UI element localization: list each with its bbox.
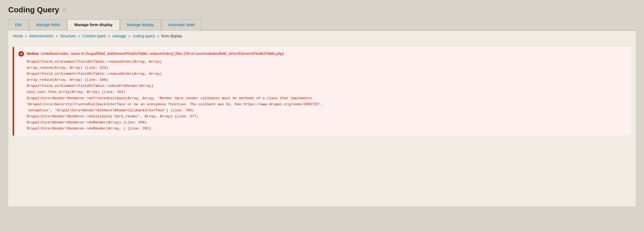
breadcrumb-content-types[interactable]: Content types xyxy=(82,34,106,38)
error-trace: Drupal\field_ui\Element\FieldUiTable::re… xyxy=(27,59,627,132)
error-file-path: core/modules/field_ui/src/Element/FieldU… xyxy=(195,51,283,56)
trace-line-8: 'exception', 'Drupal\Core\Render\Element… xyxy=(27,107,627,114)
error-main-message: Notice: Undefined index: name in Drupal\… xyxy=(27,51,285,57)
bookmark-icon[interactable]: ☆ xyxy=(62,6,67,13)
trace-line-10: Drupal\Core\Render\Renderer->doRender(Ar… xyxy=(27,120,627,126)
breadcrumb-sep-4: » xyxy=(108,34,110,38)
error-icon: ✕ xyxy=(18,51,24,57)
breadcrumb-administration[interactable]: Administration xyxy=(29,34,54,38)
tab-manage-fields[interactable]: Manage fields xyxy=(29,20,67,30)
trace-line-9: Drupal\Core\Render\Renderer->doCallback(… xyxy=(27,114,627,120)
tabs-bar: Edit Manage fields Manage form display M… xyxy=(8,19,636,31)
trace-line-1: array_reduce(Array, Array) (Line: 233) xyxy=(27,65,627,71)
error-end-text: ). xyxy=(283,51,285,56)
error-function-name: Drupal\field_ui\Element\FieldUiTable::re… xyxy=(85,51,174,56)
error-header: ✕ Notice: Undefined index: name in Drupa… xyxy=(18,51,627,57)
trace-line-2: Drupal\field_ui\Element\FieldUiTable::re… xyxy=(27,71,627,77)
trace-line-5: call_user_func_array(Array, Array) (Line… xyxy=(27,89,627,95)
breadcrumb-sep-1: » xyxy=(25,34,27,38)
page-title: Coding Query xyxy=(8,5,59,14)
tab-automatic-label[interactable]: Automatic label xyxy=(161,20,202,30)
breadcrumb-sep-6: » xyxy=(157,34,159,38)
trace-line-11: Drupal\Core\Render\Renderer->doRender(Ar… xyxy=(27,126,627,132)
breadcrumb-home[interactable]: Home xyxy=(13,34,23,38)
breadcrumb-structure[interactable]: Structure xyxy=(60,34,76,38)
trace-line-7: \Drupal\Core\Security\TrustedCallbackInt… xyxy=(27,101,627,107)
content-area: ✕ Notice: Undefined index: name in Drupa… xyxy=(8,42,636,206)
page-title-area: Coding Query ☆ xyxy=(8,5,636,14)
breadcrumb: Home » Administration » Structure » Cont… xyxy=(8,31,636,42)
breadcrumb-sep-3: » xyxy=(78,34,80,38)
page-wrapper: Coding Query ☆ Edit Manage fields Manage… xyxy=(0,0,644,232)
trace-line-4: Drupal\field_ui\Element\FieldUiTable::ta… xyxy=(27,83,627,89)
breadcrumb-sep-5: » xyxy=(128,34,131,38)
error-of-text: of xyxy=(189,51,195,56)
trace-line-6: Drupal\Core\Render\Renderer->doTrustedCa… xyxy=(27,95,627,101)
tab-edit[interactable]: Edit xyxy=(8,20,29,30)
breadcrumb-manage[interactable]: manage xyxy=(112,34,126,38)
error-notice-label: Notice xyxy=(27,51,38,56)
breadcrumb-sep-2: » xyxy=(56,34,58,38)
error-line-text: (line xyxy=(174,51,183,56)
error-notice-box: ✕ Notice: Undefined index: name in Drupa… xyxy=(13,47,631,136)
error-line-number: 228 xyxy=(183,51,189,56)
error-colon-text: : Undefined index: name in xyxy=(38,51,85,56)
trace-line-0: Drupal\field_ui\Element\FieldUiTable::re… xyxy=(27,59,627,65)
breadcrumb-coding-query[interactable]: coding query xyxy=(133,34,155,38)
tab-manage-display[interactable]: Manage display xyxy=(120,20,161,30)
breadcrumb-current: form display xyxy=(161,34,182,38)
trace-line-3: array_reduce(Array, Array) (Line: 108) xyxy=(27,77,627,83)
tab-manage-form-display[interactable]: Manage form display xyxy=(67,20,119,30)
